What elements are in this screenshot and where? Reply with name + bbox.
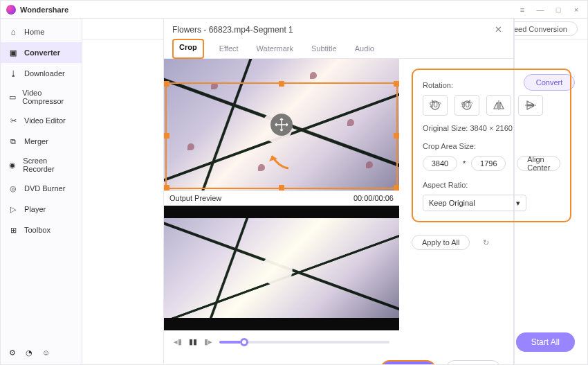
cancel-button[interactable]: Cancel [445,360,501,365]
sidebar-item-label: Player [24,205,46,213]
output-preview-bar: Output Preview 00:00/00:06 [164,190,399,206]
rotation-label: Rotation: [423,81,560,89]
dialog-title: Flowers - 66823.mp4-Segment 1 [172,25,293,35]
svg-text:90°: 90° [430,100,441,109]
sidebar-item-label: Home [24,28,44,36]
tab-audio[interactable]: Audio [352,39,377,58]
rotate-ccw-button[interactable]: 90° [423,95,448,116]
maximize-button[interactable]: □ [553,4,564,15]
crop-preview[interactable] [164,59,399,190]
tab-subtitle[interactable]: Subtitle [309,39,340,58]
chevron-down-icon: ▾ [516,199,520,208]
align-center-button[interactable]: Align Center [517,156,560,171]
rotate-cw-button[interactable]: 90° [454,95,479,116]
aspect-ratio-value: Keep Original [429,199,475,207]
crop-area-label: Crop Area Size: [423,142,560,150]
sidebar-item-dvd[interactable]: ◎DVD Burner [1,178,82,199]
sidebar-item-recorder[interactable]: ◉Screen Recorder [1,152,82,178]
pause-button[interactable]: ▮▮ [189,337,197,346]
close-icon[interactable]: ✕ [492,23,505,36]
disc-icon: ◎ [8,183,19,194]
sidebar-item-home[interactable]: ⌂Home [1,21,82,42]
tab-crop[interactable]: Crop [172,39,204,59]
user-icon[interactable]: ☺ [42,348,50,357]
crop-controls: Rotation: 90° 90° Original Size: 3840 × … [399,59,584,353]
aspect-ratio-label: Aspect Ratio: [423,181,560,189]
transport-bar: ◂▮ ▮▮ ▮▸ [164,330,399,353]
move-handle-icon[interactable] [270,114,293,136]
record-icon: ◉ [8,159,17,170]
mult-symbol: * [463,159,466,168]
scissors-icon: ✂ [8,115,19,126]
flip-vertical-button[interactable] [518,95,543,116]
crop-controls-group: Rotation: 90° 90° Original Size: 3840 × … [412,69,571,222]
play-icon: ▷ [8,204,19,215]
grid-icon: ⊞ [8,224,19,235]
sidebar-item-label: Screen Recorder [23,157,75,173]
crop-frame[interactable] [165,82,398,189]
original-size-text: Original Size: 3840 × 2160 [423,124,560,132]
crop-width-field[interactable] [423,156,457,171]
sidebar-item-label: Video Compressor [22,89,75,105]
preview-column: Output Preview 00:00/00:06 ◂▮ ▮▮ ▮▸ [164,59,399,353]
app-name: Wondershare [20,6,68,14]
editor-tabs: Crop Effect Watermark Subtitle Audio [164,36,513,59]
next-frame-button[interactable]: ▮▸ [204,337,212,346]
sidebar-item-editor[interactable]: ✂Video Editor [1,110,82,131]
crop-height-field[interactable] [471,156,506,171]
settings-icon[interactable]: ⚙ [9,348,16,357]
sidebar-item-label: Video Editor [24,116,66,125]
sidebar-item-merger[interactable]: ⧉Merger [1,131,82,152]
flip-horizontal-button[interactable] [486,95,511,116]
merge-icon: ⧉ [8,136,19,147]
ok-button[interactable]: OK [380,360,436,365]
reset-icon[interactable]: ↻ [479,236,492,249]
apply-to-all-button[interactable]: Apply to All [412,235,470,250]
titlebar: Wondershare ≡ — □ × [1,1,587,19]
sidebar-item-label: Downloader [24,69,65,78]
sidebar-item-label: Toolbox [24,226,50,234]
sidebar-item-compressor[interactable]: ▭Video Compressor [1,84,82,110]
sidebar: ⌂Home ▣Converter ⭳Downloader ▭Video Comp… [1,19,82,364]
sidebar-item-converter[interactable]: ▣Converter [1,42,82,63]
sidebar-item-downloader[interactable]: ⭳Downloader [1,63,82,84]
bell-icon[interactable]: ◔ [26,348,33,357]
close-button[interactable]: × [571,4,582,15]
output-preview-label: Output Preview [169,194,221,202]
menu-icon[interactable]: ≡ [517,4,528,15]
converter-icon: ▣ [8,47,19,58]
prev-frame-button[interactable]: ◂▮ [174,337,182,346]
sidebar-item-player[interactable]: ▷Player [1,199,82,220]
callout-arrow-icon [268,152,291,170]
sidebar-item-toolbox[interactable]: ⊞Toolbox [1,220,82,240]
tab-watermark[interactable]: Watermark [254,39,296,58]
sidebar-item-label: Converter [24,48,60,57]
timecode: 00:00/00:06 [353,194,394,202]
tab-effect[interactable]: Effect [217,39,241,58]
compress-icon: ▭ [8,91,17,103]
minimize-button[interactable]: — [535,4,546,15]
svg-text:90°: 90° [461,100,473,109]
dialog-footer: OK Cancel [164,353,513,365]
sidebar-item-label: Merger [24,137,48,145]
sidebar-item-label: DVD Burner [24,184,65,193]
sidebar-footer: ⚙ ◔ ☺ [1,341,82,364]
crop-editor-dialog: Flowers - 66823.mp4-Segment 1 ✕ Crop Eff… [164,19,514,364]
output-preview [164,206,399,330]
home-icon: ⌂ [8,26,19,37]
seek-slider[interactable] [219,341,389,344]
download-icon: ⭳ [8,68,19,79]
app-logo: Wondershare [6,5,68,15]
logo-icon [6,5,16,15]
content-area: Speed Conversion Convert Start All Flowe… [82,19,587,364]
aspect-ratio-select[interactable]: Keep Original ▾ [423,195,526,211]
